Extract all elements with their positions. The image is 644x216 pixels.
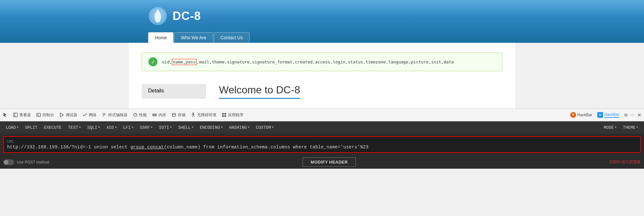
devtools-right-controls: ⧉ ⋯ ✕ bbox=[624, 112, 641, 118]
svg-marker-7 bbox=[60, 113, 63, 117]
svg-point-15 bbox=[193, 113, 194, 114]
hackbar-footer: Use POST method MODIFY HEADER CSDN @只惹摸鱼 bbox=[0, 155, 644, 169]
nav-contact-us[interactable]: Contact Us bbox=[214, 32, 250, 43]
site-logo bbox=[148, 6, 167, 26]
svg-line-19 bbox=[194, 116, 194, 117]
devtools-more-icon[interactable]: ⋯ bbox=[630, 112, 635, 117]
sqli-arrow: ▼ bbox=[98, 126, 100, 129]
xss-arrow: ▼ bbox=[115, 126, 117, 129]
svg-rect-23 bbox=[224, 115, 226, 117]
devtools-network-label: 网络 bbox=[89, 112, 97, 118]
devtools-console-label: 控制台 bbox=[43, 112, 54, 118]
toggle-knob bbox=[4, 160, 8, 164]
nav-home[interactable]: Home bbox=[148, 32, 174, 43]
text-before: uid, bbox=[162, 60, 172, 64]
hackbar-menu-split[interactable]: SPLIT bbox=[23, 124, 40, 131]
hackbar-menu-encoding[interactable]: ENCODING ▼ bbox=[197, 124, 225, 131]
hackbar-menu-xss[interactable]: XSS ▼ bbox=[104, 124, 119, 131]
url-text-part2: (column_name) from information_schema.co… bbox=[164, 145, 368, 150]
post-method-label: Use POST method bbox=[17, 160, 49, 164]
welcome-section: Welcome to DC-8 bbox=[219, 84, 300, 99]
devtools-style-label: 样式编辑器 bbox=[108, 112, 128, 118]
site-header: DC-8 Home Who We Are Contact Us bbox=[0, 0, 644, 43]
devtools-close-icon[interactable]: ✕ bbox=[637, 112, 641, 118]
svg-rect-2 bbox=[14, 113, 17, 117]
welcome-title: Welcome to DC-8 bbox=[219, 84, 300, 99]
devtools-applications-tool[interactable]: 应用程序 bbox=[222, 112, 243, 118]
site-nav: Home Who We Are Contact Us bbox=[135, 32, 509, 43]
page-content: ✓ uid,name,pass,mail,theme,signature,sig… bbox=[129, 43, 515, 108]
hackbar-menu-theme[interactable]: THEME ▼ bbox=[620, 124, 641, 131]
svg-rect-21 bbox=[224, 113, 226, 115]
svg-rect-22 bbox=[222, 115, 224, 117]
hackbar-menu-load[interactable]: LOAD ▼ bbox=[3, 124, 21, 131]
hackbar-menu-custom[interactable]: CUSTOM ▼ bbox=[253, 124, 276, 131]
devtools-perf-label: 性能 bbox=[139, 112, 147, 118]
hackbar-menu-shell[interactable]: SHELL ▼ bbox=[175, 124, 196, 131]
devtools-inspector-label: 查看器 bbox=[19, 112, 31, 118]
hackbar-url-label: URL bbox=[7, 139, 637, 143]
success-text: uid,name,pass,mail,theme,signature,signa… bbox=[162, 60, 454, 64]
devtools-cursor-tool[interactable] bbox=[3, 112, 8, 117]
mode-arrow: ▼ bbox=[615, 126, 616, 129]
devtools-debugger-tool[interactable]: 调试器 bbox=[59, 112, 77, 118]
ssti-arrow: ▼ bbox=[170, 126, 172, 129]
hackbar-menu-lfi[interactable]: LFI ▼ bbox=[120, 124, 136, 131]
devtools-apps-label: 应用程序 bbox=[228, 112, 243, 118]
ssrf-arrow: ▼ bbox=[151, 126, 152, 129]
custom-arrow: ▼ bbox=[272, 126, 273, 129]
shell-arrow: ▼ bbox=[192, 126, 193, 129]
hackbar-url-section: URL http://192.168.199.138/?nid=-1 union… bbox=[3, 136, 641, 153]
post-method-toggle[interactable] bbox=[3, 159, 14, 165]
svg-line-18 bbox=[192, 116, 193, 117]
hackbar-menu-hashing[interactable]: HASHING ▼ bbox=[227, 124, 252, 131]
hackbar-url-value[interactable]: http://192.168.199.138/?nid=-1 union sel… bbox=[7, 145, 637, 150]
success-message: ✓ uid,name,pass,mail,theme,signature,sig… bbox=[142, 52, 502, 71]
hackbar-menu-ssrf[interactable]: SSRF ▼ bbox=[137, 124, 155, 131]
details-label: Details bbox=[148, 88, 164, 93]
devtools-bar: 查看器 控制台 调试器 网络 样式编辑器 性能 内存 存储 bbox=[0, 108, 644, 121]
site-name: DC-8 bbox=[173, 9, 201, 23]
test-arrow: ▼ bbox=[79, 126, 80, 129]
hackbar-menu-execute[interactable]: EXECUTE bbox=[42, 124, 64, 131]
details-section: Details Welcome to DC-8 bbox=[142, 81, 502, 99]
devtools-console-tool[interactable]: 控制台 bbox=[36, 112, 54, 118]
lfi-arrow: ▼ bbox=[132, 126, 133, 129]
modify-header-button[interactable]: MODIFY HEADER bbox=[303, 157, 356, 167]
devtools-inspector-tool[interactable]: 查看器 bbox=[13, 112, 31, 118]
hackbar-blue-icon: H bbox=[597, 112, 603, 118]
devtools-debugger-label: 调试器 bbox=[66, 112, 77, 118]
devtools-memory-label: 内存 bbox=[158, 112, 166, 118]
check-icon: ✓ bbox=[148, 57, 157, 66]
hackbar-blue-tool[interactable]: H HackBar bbox=[597, 112, 619, 118]
devtools-storage-tool[interactable]: 存储 bbox=[171, 112, 185, 118]
svg-rect-4 bbox=[37, 113, 41, 117]
hackbar-menu-ssti[interactable]: SSTI ▼ bbox=[156, 124, 175, 131]
site-branding: DC-8 bbox=[135, 6, 509, 26]
devtools-performance-tool[interactable]: 性能 bbox=[133, 112, 147, 118]
devtools-accessibility-tool[interactable]: 无障碍环境 bbox=[191, 112, 216, 118]
hackbar-menu: LOAD ▼ SPLIT EXECUTE TEST ▼ SQLI ▼ XSS ▼ bbox=[0, 121, 644, 134]
details-panel: Details bbox=[142, 84, 206, 99]
hackbar-orange-label: HackBar bbox=[577, 113, 592, 117]
devtools-style-editor-tool[interactable]: 样式编辑器 bbox=[102, 112, 128, 118]
devtools-storage-label: 存储 bbox=[178, 112, 185, 118]
hackbar-menu-test[interactable]: TEST ▼ bbox=[65, 124, 83, 131]
hackbar-menu-mode[interactable]: MODE ▼ bbox=[601, 124, 619, 131]
url-text-part1: http://192.168.199.138/?nid=-1 union sel… bbox=[7, 145, 130, 150]
encoding-arrow: ▼ bbox=[221, 126, 223, 129]
theme-arrow: ▼ bbox=[637, 126, 638, 129]
svg-rect-20 bbox=[222, 113, 224, 115]
hackbar-menu-sqli[interactable]: SQLI ▼ bbox=[85, 124, 103, 131]
devtools-memory-tool[interactable]: 内存 bbox=[152, 112, 166, 118]
hackbar-blue-label: HackBar bbox=[604, 112, 619, 118]
url-underline: group_concat bbox=[130, 145, 164, 150]
hackbar-orange-tool[interactable]: H HackBar bbox=[570, 112, 592, 118]
hackbar-orange-icon: H bbox=[570, 112, 576, 118]
devtools-accessibility-label: 无障碍环境 bbox=[197, 112, 216, 118]
devtools-network-tool[interactable]: 网络 bbox=[82, 112, 97, 118]
svg-point-14 bbox=[172, 113, 175, 115]
devtools-expand-icon[interactable]: ⧉ bbox=[624, 112, 628, 118]
text-after: ,mail,theme,signature,signature_format,c… bbox=[197, 60, 454, 64]
nav-who-we-are[interactable]: Who We Are bbox=[174, 32, 213, 43]
